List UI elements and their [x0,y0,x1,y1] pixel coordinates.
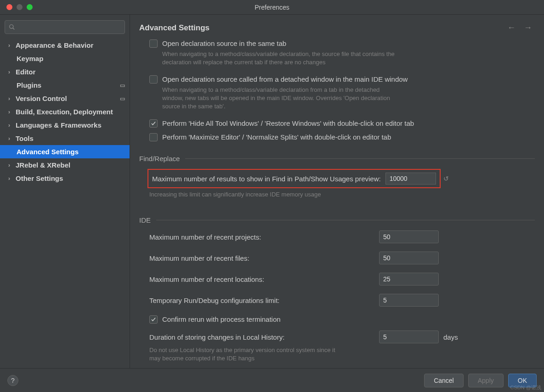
checkbox-label: Perform 'Maximize Editor' / 'Normalize S… [162,133,391,142]
checkbox-maximize-editor[interactable] [149,133,158,141]
highlight-annotation: Maximum number of results to show in Fin… [147,169,441,188]
traffic-lights [0,4,33,10]
sidebar-item-label: Editor [16,68,35,76]
page-title: Advanced Settings [139,23,210,33]
temp-run-input[interactable] [379,294,439,307]
checkbox-label: Open declaration source in the same tab [162,39,286,48]
sidebar-item-label: Tools [16,134,34,142]
sidebar-item-appearance[interactable]: ›Appearance & Behavior [0,39,130,52]
nav-tree: ›Appearance & Behavior Keymap ›Editor Pl… [0,39,130,368]
max-results-input[interactable] [385,173,436,185]
setting-hide-tool-windows: Perform 'Hide All Tool Windows' / 'Resto… [149,119,535,128]
chevron-right-icon: › [8,69,15,75]
sidebar-item-plugins[interactable]: Plugins▭ [0,78,130,92]
maximize-window-button[interactable] [27,4,33,10]
setting-temp-run: Temporary Run/Debug configurations limit… [149,294,535,307]
help-button[interactable]: ? [7,375,18,386]
svg-point-0 [10,25,13,28]
sidebar-item-label: JRebel & XRebel [16,161,70,169]
local-history-input[interactable] [379,330,439,343]
field-description: Do not use Local History as the primary … [149,346,342,363]
setting-description: When navigating to a method/class/variab… [162,50,401,67]
setting-local-history: Duration of storing changes in Local His… [149,330,535,343]
revert-icon[interactable]: ↺ [443,175,449,182]
field-label: Maximum number of recent locations: [149,275,379,283]
modified-icon: ▭ [120,95,125,102]
checkbox-open-declaration-same-tab[interactable] [149,39,158,48]
setting-maximize-editor: Perform 'Maximize Editor' / 'Normalize S… [149,133,535,142]
footer: ? Cancel Apply OK [0,368,544,392]
setting-recent-projects: Maximum number of recent projects: [149,230,535,243]
checkbox-open-declaration-detached[interactable] [149,75,158,84]
setting-recent-locations: Maximum number of recent locations: [149,273,535,286]
checkbox-confirm-rerun[interactable] [149,315,158,324]
field-label: Maximum number of recent files: [149,254,379,262]
divider [156,220,535,220]
sidebar-item-build[interactable]: ›Build, Execution, Deployment [0,105,130,118]
ok-button[interactable]: OK [508,374,537,387]
titlebar: Preferences [0,0,544,15]
search-input[interactable] [18,23,121,31]
modified-icon: ▭ [120,82,125,89]
section-label: Find/Replace [139,155,180,162]
sidebar-item-label: Keymap [17,55,43,62]
main-panel: Advanced Settings ← → Open declaration s… [130,15,544,368]
close-window-button[interactable] [6,4,12,10]
forward-arrow-icon[interactable]: → [524,23,532,33]
chevron-right-icon: › [8,135,15,142]
checkbox-label: Perform 'Hide All Tool Windows' / 'Resto… [162,119,414,128]
checkbox-hide-tool-windows[interactable] [149,119,158,128]
setting-open-declaration-detached: Open declaration source called from a de… [149,75,535,111]
cancel-button[interactable]: Cancel [424,374,464,387]
section-find-replace: Find/Replace [139,155,535,162]
field-label: Maximum number of recent projects: [149,233,379,241]
chevron-right-icon: › [8,95,15,102]
sidebar-item-label: Other Settings [16,174,63,182]
sidebar-item-label: Languages & Frameworks [16,121,102,129]
sidebar-item-label: Version Control [16,95,67,102]
setting-confirm-rerun: Confirm rerun with process termination [149,315,535,324]
sidebar-item-version-control[interactable]: ›Version Control▭ [0,92,130,105]
setting-open-declaration-same-tab: Open declaration source in the same tab … [149,39,535,67]
setting-recent-files: Maximum number of recent files: [149,252,535,264]
chevron-right-icon: › [8,175,15,182]
search-icon [9,24,15,30]
minimize-window-button[interactable] [17,4,23,10]
field-label: Maximum number of results to show in Fin… [152,175,381,183]
sidebar-item-jrebel[interactable]: ›JRebel & XRebel [0,158,130,172]
section-ide: IDE [139,216,535,224]
chevron-right-icon: › [8,122,15,129]
sidebar-item-languages[interactable]: ›Languages & Frameworks [0,118,130,132]
sidebar-item-label: Advanced Settings [17,148,79,156]
setting-description: When navigating to a method/class/variab… [162,86,401,111]
sidebar-item-tools[interactable]: ›Tools [0,132,130,145]
sidebar: ›Appearance & Behavior Keymap ›Editor Pl… [0,15,130,368]
section-label: IDE [139,216,151,224]
back-arrow-icon[interactable]: ← [507,23,516,33]
checkbox-label: Confirm rerun with process termination [162,315,281,324]
apply-button[interactable]: Apply [468,374,504,387]
sidebar-item-keymap[interactable]: Keymap [0,52,130,65]
search-box[interactable] [5,20,125,34]
sidebar-item-other[interactable]: ›Other Settings [0,172,130,185]
field-label: Temporary Run/Debug configurations limit… [149,297,379,304]
svg-line-1 [13,28,15,30]
history-nav: ← → [507,23,532,33]
checkbox-label: Open declaration source called from a de… [162,75,408,84]
chevron-right-icon: › [8,109,15,115]
window-title: Preferences [255,4,289,11]
recent-files-input[interactable] [379,252,439,264]
field-description: Increasing this limit can significantly … [149,191,535,198]
field-label: Duration of storing changes in Local His… [149,333,379,341]
sidebar-item-advanced-settings[interactable]: Advanced Settings [0,145,130,158]
setting-max-results-row: Maximum number of results to show in Fin… [149,169,535,188]
content: ›Appearance & Behavior Keymap ›Editor Pl… [0,15,544,368]
sidebar-item-editor[interactable]: ›Editor [0,65,130,78]
recent-projects-input[interactable] [379,230,439,243]
recent-locations-input[interactable] [379,273,439,286]
divider [185,158,535,159]
chevron-right-icon: › [8,162,15,168]
sidebar-item-label: Build, Execution, Deployment [16,108,113,116]
chevron-right-icon: › [8,42,15,49]
sidebar-item-label: Plugins [17,81,41,89]
